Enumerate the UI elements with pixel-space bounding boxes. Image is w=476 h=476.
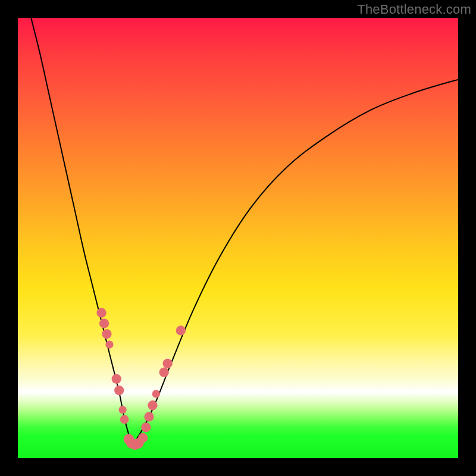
data-point bbox=[96, 308, 106, 318]
data-point bbox=[102, 329, 111, 339]
data-point bbox=[176, 325, 186, 335]
data-point bbox=[112, 374, 121, 384]
data-point bbox=[105, 340, 113, 348]
marker-group bbox=[96, 308, 185, 450]
data-point bbox=[99, 318, 109, 328]
data-point bbox=[114, 386, 124, 395]
watermark-text: TheBottleneck.com bbox=[357, 2, 471, 17]
data-point bbox=[120, 415, 129, 424]
series-group bbox=[31, 18, 458, 445]
data-point bbox=[148, 400, 157, 410]
data-point bbox=[152, 390, 160, 397]
plot-area bbox=[18, 18, 458, 458]
chart-frame: TheBottleneck.com bbox=[0, 0, 476, 476]
data-point bbox=[141, 422, 151, 432]
data-point bbox=[144, 412, 154, 421]
curve-right-branch bbox=[132, 80, 458, 445]
chart-svg bbox=[18, 18, 458, 458]
data-point bbox=[162, 359, 172, 368]
data-point bbox=[159, 368, 169, 377]
data-point bbox=[138, 433, 148, 443]
data-point bbox=[118, 406, 126, 414]
